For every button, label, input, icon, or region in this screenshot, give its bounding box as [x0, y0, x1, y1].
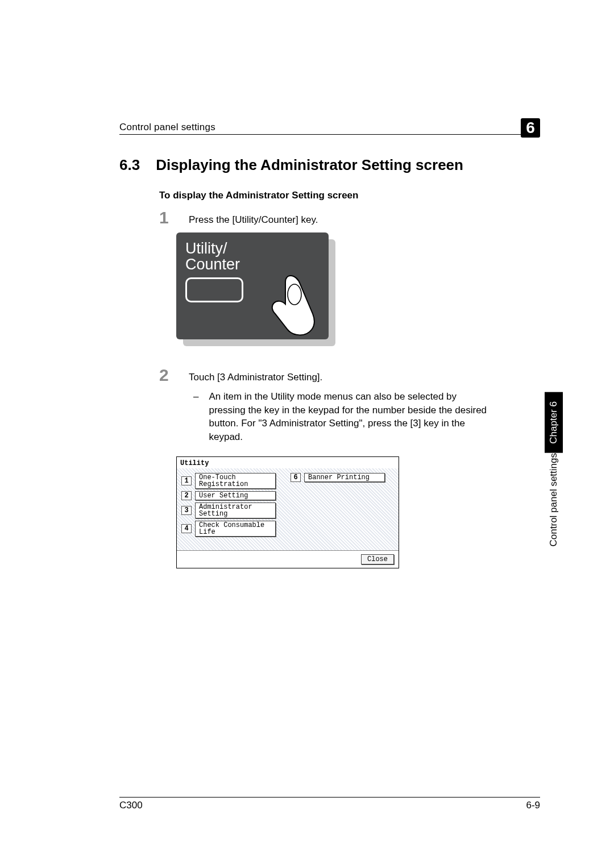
menu-button[interactable]: One-Touch Registration [195, 473, 276, 489]
menu-item-6[interactable]: 6 Banner Printing [291, 473, 385, 482]
menu-item-3[interactable]: 3 Administrator Setting [181, 502, 394, 518]
footer-model: C300 [119, 800, 143, 811]
key-illustration: Utility/ Counter [176, 232, 335, 346]
step-2-note: – An item in the Utility mode menus can … [193, 390, 540, 444]
menu-button[interactable]: User Setting [195, 491, 276, 500]
section-title: Displaying the Administrator Setting scr… [156, 156, 463, 174]
menu-button[interactable]: Check Consumable Life [195, 521, 276, 537]
utility-screen-title: Utility [177, 457, 399, 468]
page-footer: C300 6-9 [119, 797, 540, 811]
running-header: Control panel settings 6 [119, 114, 540, 135]
menu-number: 4 [181, 524, 192, 533]
menu-item-2[interactable]: 2 User Setting [181, 491, 394, 500]
chapter-number-badge: 6 [521, 118, 540, 138]
step-number: 1 [159, 209, 175, 226]
key-cap-icon [185, 277, 243, 302]
section-number: 6.3 [119, 156, 140, 174]
document-page: Control panel settings 6 6.3 Displaying … [0, 0, 614, 868]
step-text: Press the [Utility/Counter] key. [189, 209, 318, 227]
key-label-line2: Counter [185, 256, 320, 272]
sub-heading: To display the Administrator Setting scr… [159, 190, 540, 201]
step-number: 2 [159, 367, 175, 384]
menu-number: 3 [181, 506, 192, 515]
utility-counter-key-panel: Utility/ Counter [176, 232, 329, 339]
close-button[interactable]: Close [361, 554, 394, 564]
menu-number: 2 [181, 491, 192, 500]
step-text: Touch [3 Administrator Setting]. [189, 367, 322, 384]
note-text: An item in the Utility mode menus can al… [209, 390, 487, 444]
utility-screen-footer: Close [177, 550, 399, 568]
running-title: Control panel settings [119, 122, 215, 133]
menu-number: 1 [181, 476, 192, 485]
side-tab-label: Control panel settings [548, 453, 559, 555]
menu-button[interactable]: Banner Printing [304, 473, 385, 482]
utility-screen-body: 1 One-Touch Registration 2 User Setting … [177, 468, 399, 550]
utility-screen: Utility 1 One-Touch Registration 2 User … [176, 456, 399, 568]
menu-number: 6 [291, 473, 301, 482]
menu-item-4[interactable]: 4 Check Consumable Life [181, 521, 394, 537]
step-1: 1 Press the [Utility/Counter] key. [159, 209, 540, 227]
menu-button[interactable]: Administrator Setting [195, 502, 276, 518]
side-tab-chapter: Chapter 6 [545, 392, 563, 453]
footer-page-number: 6-9 [526, 800, 540, 811]
key-label-line1: Utility/ [185, 240, 320, 256]
dash-bullet-icon: – [193, 390, 198, 444]
finger-press-icon [259, 273, 316, 338]
side-tab: Chapter 6 Control panel settings [545, 392, 563, 555]
step-2: 2 Touch [3 Administrator Setting]. [159, 367, 540, 384]
section-heading: 6.3 Displaying the Administrator Setting… [119, 156, 540, 174]
